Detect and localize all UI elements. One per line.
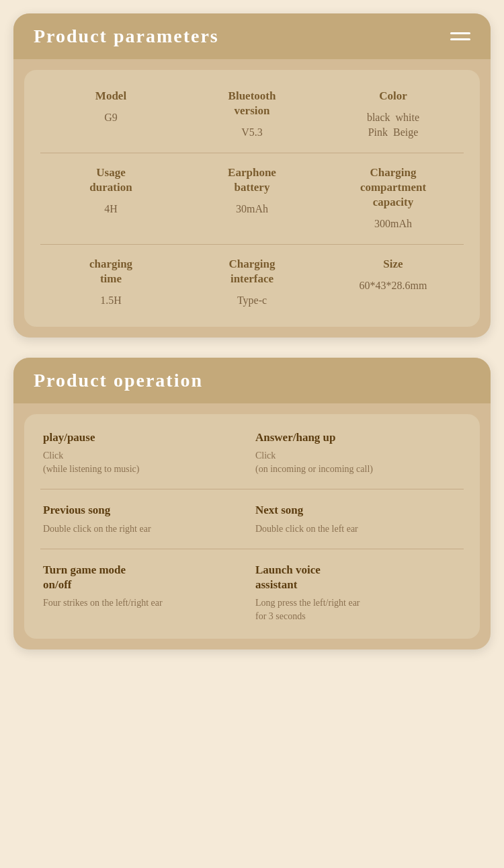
next-song-label: Next song <box>255 503 461 518</box>
operation-cell-voice-assistant: Launch voiceassistant Long press the lef… <box>255 563 461 623</box>
operation-cell-answer-hangup: Answer/hang up Click(on incoming or inco… <box>255 430 461 475</box>
next-song-value: Double click on the left ear <box>255 522 461 536</box>
params-cell-usage: Usageduration 4H <box>40 165 181 232</box>
params-cell-model: Model G9 <box>40 89 181 141</box>
operation-card-title: Product operation <box>34 370 203 391</box>
product-operation-card: Product operation play/pause Click(while… <box>13 358 491 649</box>
bluetooth-value: V5.3 <box>241 125 263 140</box>
game-mode-value: Four strikes on the left/right ear <box>43 596 249 610</box>
charging-interface-value: Type-c <box>237 293 267 308</box>
operation-row-3: Turn game modeon/off Four strikes on the… <box>24 549 480 636</box>
charging-interface-label: Charginginterface <box>229 257 276 286</box>
params-row-2: Usageduration 4H Earphonebattery 30mAh C… <box>24 153 480 244</box>
operation-row-2: Previous song Double click on the right … <box>24 489 480 549</box>
charging-capacity-label: Chargingcompartmentcapacity <box>360 165 426 210</box>
color-label: Color <box>379 89 407 104</box>
hamburger-icon[interactable] <box>450 32 470 40</box>
play-pause-label: play/pause <box>43 430 249 445</box>
size-value: 60*43*28.6mm <box>360 278 427 293</box>
charging-capacity-value: 300mAh <box>374 216 412 231</box>
color-value: black whitePink Beige <box>367 110 419 141</box>
bluetooth-label: Bluetoothversion <box>228 89 276 118</box>
usage-label: Usageduration <box>89 165 132 195</box>
params-card-body: Model G9 Bluetoothversion V5.3 Color bla… <box>24 70 480 327</box>
product-parameters-card: Product parameters Model G9 Bluetoothver… <box>13 13 491 338</box>
params-cell-bluetooth: Bluetoothversion V5.3 <box>181 89 323 141</box>
operation-cell-play-pause: play/pause Click(while listening to musi… <box>43 430 249 475</box>
game-mode-label: Turn game modeon/off <box>43 563 249 592</box>
operation-cell-prev-song: Previous song Double click on the right … <box>43 503 249 535</box>
hamburger-line-1 <box>450 32 470 34</box>
answer-hangup-label: Answer/hang up <box>255 430 461 445</box>
earphone-battery-label: Earphonebattery <box>228 165 276 195</box>
size-label: Size <box>383 257 403 272</box>
operation-card-body: play/pause Click(while listening to musi… <box>24 414 480 639</box>
usage-value: 4H <box>104 202 118 216</box>
hamburger-line-2 <box>450 38 470 40</box>
model-label: Model <box>95 89 126 104</box>
params-card-title: Product parameters <box>34 26 219 47</box>
operation-cell-next-song: Next song Double click on the left ear <box>255 503 461 535</box>
params-row-3: chargingtime 1.5H Charginginterface Type… <box>24 245 480 321</box>
earphone-battery-value: 30mAh <box>236 202 268 216</box>
operation-card-header: Product operation <box>13 358 491 403</box>
params-cell-charging-interface: Charginginterface Type-c <box>181 257 323 309</box>
prev-song-value: Double click on the right ear <box>43 522 249 536</box>
params-cell-size: Size 60*43*28.6mm <box>323 257 464 309</box>
params-cell-color: Color black whitePink Beige <box>323 89 464 141</box>
play-pause-value: Click(while listening to music) <box>43 449 249 475</box>
operation-cell-game-mode: Turn game modeon/off Four strikes on the… <box>43 563 249 623</box>
charging-time-value: 1.5H <box>100 293 122 308</box>
params-card-header: Product parameters <box>13 13 491 59</box>
voice-assistant-value: Long press the left/right earfor 3 secon… <box>255 596 461 623</box>
operation-row-1: play/pause Click(while listening to musi… <box>24 417 480 489</box>
model-value: G9 <box>104 110 118 125</box>
params-cell-charging-capacity: Chargingcompartmentcapacity 300mAh <box>323 165 464 232</box>
voice-assistant-label: Launch voiceassistant <box>255 563 461 592</box>
prev-song-label: Previous song <box>43 503 249 518</box>
charging-time-label: chargingtime <box>89 257 132 286</box>
answer-hangup-value: Click(on incoming or incoming call) <box>255 449 461 475</box>
params-cell-earphone-battery: Earphonebattery 30mAh <box>181 165 323 232</box>
params-row-1: Model G9 Bluetoothversion V5.3 Color bla… <box>24 77 480 153</box>
params-cell-charging-time: chargingtime 1.5H <box>40 257 181 309</box>
